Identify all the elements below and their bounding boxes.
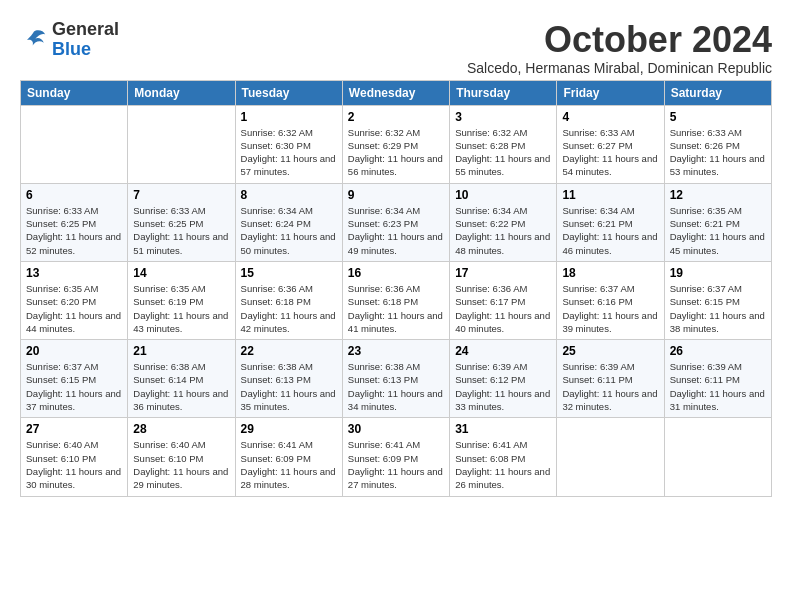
calendar-header-row: SundayMondayTuesdayWednesdayThursdayFrid… [21, 80, 772, 105]
calendar-cell: 16Sunrise: 6:36 AMSunset: 6:18 PMDayligh… [342, 261, 449, 339]
day-number: 15 [241, 266, 337, 280]
calendar-body: 1Sunrise: 6:32 AMSunset: 6:30 PMDaylight… [21, 105, 772, 496]
day-number: 14 [133, 266, 229, 280]
logo-text: General Blue [52, 20, 119, 60]
calendar-cell: 1Sunrise: 6:32 AMSunset: 6:30 PMDaylight… [235, 105, 342, 183]
day-header-wednesday: Wednesday [342, 80, 449, 105]
day-header-sunday: Sunday [21, 80, 128, 105]
calendar-cell: 25Sunrise: 6:39 AMSunset: 6:11 PMDayligh… [557, 340, 664, 418]
calendar-cell: 19Sunrise: 6:37 AMSunset: 6:15 PMDayligh… [664, 261, 771, 339]
calendar-cell: 23Sunrise: 6:38 AMSunset: 6:13 PMDayligh… [342, 340, 449, 418]
day-number: 17 [455, 266, 551, 280]
day-number: 5 [670, 110, 766, 124]
calendar-cell: 13Sunrise: 6:35 AMSunset: 6:20 PMDayligh… [21, 261, 128, 339]
day-header-saturday: Saturday [664, 80, 771, 105]
day-info: Sunrise: 6:35 AMSunset: 6:19 PMDaylight:… [133, 282, 229, 335]
calendar-cell: 3Sunrise: 6:32 AMSunset: 6:28 PMDaylight… [450, 105, 557, 183]
calendar-cell [21, 105, 128, 183]
calendar-cell: 12Sunrise: 6:35 AMSunset: 6:21 PMDayligh… [664, 183, 771, 261]
day-info: Sunrise: 6:33 AMSunset: 6:25 PMDaylight:… [26, 204, 122, 257]
day-info: Sunrise: 6:35 AMSunset: 6:21 PMDaylight:… [670, 204, 766, 257]
week-row-3: 13Sunrise: 6:35 AMSunset: 6:20 PMDayligh… [21, 261, 772, 339]
logo: General Blue [20, 20, 119, 60]
day-info: Sunrise: 6:36 AMSunset: 6:18 PMDaylight:… [348, 282, 444, 335]
calendar-cell: 31Sunrise: 6:41 AMSunset: 6:08 PMDayligh… [450, 418, 557, 496]
calendar-cell: 4Sunrise: 6:33 AMSunset: 6:27 PMDaylight… [557, 105, 664, 183]
day-number: 27 [26, 422, 122, 436]
subtitle: Salcedo, Hermanas Mirabal, Dominican Rep… [467, 60, 772, 76]
week-row-5: 27Sunrise: 6:40 AMSunset: 6:10 PMDayligh… [21, 418, 772, 496]
calendar-cell: 6Sunrise: 6:33 AMSunset: 6:25 PMDaylight… [21, 183, 128, 261]
calendar-cell: 14Sunrise: 6:35 AMSunset: 6:19 PMDayligh… [128, 261, 235, 339]
day-header-friday: Friday [557, 80, 664, 105]
day-number: 10 [455, 188, 551, 202]
week-row-2: 6Sunrise: 6:33 AMSunset: 6:25 PMDaylight… [21, 183, 772, 261]
day-number: 4 [562, 110, 658, 124]
week-row-1: 1Sunrise: 6:32 AMSunset: 6:30 PMDaylight… [21, 105, 772, 183]
calendar-cell: 26Sunrise: 6:39 AMSunset: 6:11 PMDayligh… [664, 340, 771, 418]
day-number: 16 [348, 266, 444, 280]
logo-bird-icon [20, 26, 48, 54]
day-number: 2 [348, 110, 444, 124]
day-info: Sunrise: 6:40 AMSunset: 6:10 PMDaylight:… [26, 438, 122, 491]
day-info: Sunrise: 6:41 AMSunset: 6:09 PMDaylight:… [241, 438, 337, 491]
day-info: Sunrise: 6:38 AMSunset: 6:13 PMDaylight:… [241, 360, 337, 413]
calendar-cell: 17Sunrise: 6:36 AMSunset: 6:17 PMDayligh… [450, 261, 557, 339]
day-number: 21 [133, 344, 229, 358]
day-info: Sunrise: 6:33 AMSunset: 6:25 PMDaylight:… [133, 204, 229, 257]
calendar-cell [557, 418, 664, 496]
day-number: 23 [348, 344, 444, 358]
calendar-cell: 22Sunrise: 6:38 AMSunset: 6:13 PMDayligh… [235, 340, 342, 418]
title-block: October 2024 Salcedo, Hermanas Mirabal, … [467, 20, 772, 76]
day-info: Sunrise: 6:32 AMSunset: 6:30 PMDaylight:… [241, 126, 337, 179]
calendar-cell: 11Sunrise: 6:34 AMSunset: 6:21 PMDayligh… [557, 183, 664, 261]
day-info: Sunrise: 6:37 AMSunset: 6:16 PMDaylight:… [562, 282, 658, 335]
calendar-cell: 27Sunrise: 6:40 AMSunset: 6:10 PMDayligh… [21, 418, 128, 496]
day-info: Sunrise: 6:35 AMSunset: 6:20 PMDaylight:… [26, 282, 122, 335]
day-number: 22 [241, 344, 337, 358]
day-info: Sunrise: 6:37 AMSunset: 6:15 PMDaylight:… [26, 360, 122, 413]
day-info: Sunrise: 6:34 AMSunset: 6:23 PMDaylight:… [348, 204, 444, 257]
calendar-cell: 5Sunrise: 6:33 AMSunset: 6:26 PMDaylight… [664, 105, 771, 183]
calendar-cell: 15Sunrise: 6:36 AMSunset: 6:18 PMDayligh… [235, 261, 342, 339]
day-info: Sunrise: 6:41 AMSunset: 6:09 PMDaylight:… [348, 438, 444, 491]
day-number: 9 [348, 188, 444, 202]
day-number: 29 [241, 422, 337, 436]
day-number: 31 [455, 422, 551, 436]
calendar-cell: 10Sunrise: 6:34 AMSunset: 6:22 PMDayligh… [450, 183, 557, 261]
month-title: October 2024 [467, 20, 772, 60]
day-info: Sunrise: 6:41 AMSunset: 6:08 PMDaylight:… [455, 438, 551, 491]
day-number: 11 [562, 188, 658, 202]
day-number: 26 [670, 344, 766, 358]
day-number: 7 [133, 188, 229, 202]
day-info: Sunrise: 6:37 AMSunset: 6:15 PMDaylight:… [670, 282, 766, 335]
calendar-cell: 21Sunrise: 6:38 AMSunset: 6:14 PMDayligh… [128, 340, 235, 418]
day-number: 24 [455, 344, 551, 358]
day-header-monday: Monday [128, 80, 235, 105]
day-info: Sunrise: 6:33 AMSunset: 6:26 PMDaylight:… [670, 126, 766, 179]
day-number: 6 [26, 188, 122, 202]
day-info: Sunrise: 6:36 AMSunset: 6:17 PMDaylight:… [455, 282, 551, 335]
day-number: 8 [241, 188, 337, 202]
day-number: 18 [562, 266, 658, 280]
calendar-cell: 8Sunrise: 6:34 AMSunset: 6:24 PMDaylight… [235, 183, 342, 261]
page-header: General Blue October 2024 Salcedo, Herma… [20, 20, 772, 76]
day-info: Sunrise: 6:34 AMSunset: 6:24 PMDaylight:… [241, 204, 337, 257]
week-row-4: 20Sunrise: 6:37 AMSunset: 6:15 PMDayligh… [21, 340, 772, 418]
day-info: Sunrise: 6:34 AMSunset: 6:22 PMDaylight:… [455, 204, 551, 257]
day-number: 25 [562, 344, 658, 358]
day-number: 3 [455, 110, 551, 124]
calendar-cell [664, 418, 771, 496]
calendar-cell [128, 105, 235, 183]
calendar-cell: 24Sunrise: 6:39 AMSunset: 6:12 PMDayligh… [450, 340, 557, 418]
day-info: Sunrise: 6:32 AMSunset: 6:28 PMDaylight:… [455, 126, 551, 179]
day-info: Sunrise: 6:39 AMSunset: 6:12 PMDaylight:… [455, 360, 551, 413]
calendar-cell: 28Sunrise: 6:40 AMSunset: 6:10 PMDayligh… [128, 418, 235, 496]
day-number: 30 [348, 422, 444, 436]
day-info: Sunrise: 6:39 AMSunset: 6:11 PMDaylight:… [562, 360, 658, 413]
calendar-cell: 30Sunrise: 6:41 AMSunset: 6:09 PMDayligh… [342, 418, 449, 496]
day-number: 28 [133, 422, 229, 436]
calendar-cell: 18Sunrise: 6:37 AMSunset: 6:16 PMDayligh… [557, 261, 664, 339]
calendar-cell: 29Sunrise: 6:41 AMSunset: 6:09 PMDayligh… [235, 418, 342, 496]
day-number: 1 [241, 110, 337, 124]
